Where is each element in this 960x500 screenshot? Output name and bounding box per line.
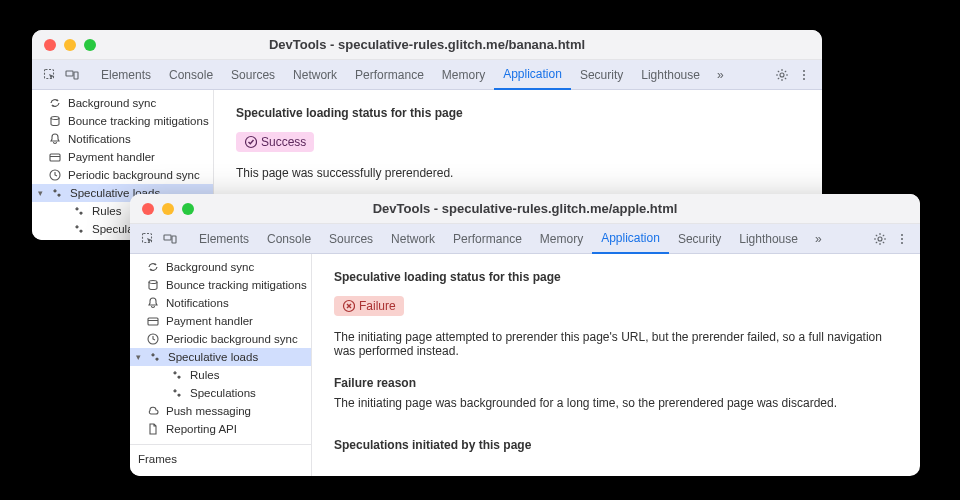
- tab-performance[interactable]: Performance: [346, 60, 433, 90]
- status-description: This page was successfully prerendered.: [236, 166, 800, 180]
- tab-memory[interactable]: Memory: [433, 60, 494, 90]
- titlebar: DevTools - speculative-rules.glitch.me/a…: [130, 194, 920, 224]
- tab-elements[interactable]: Elements: [92, 60, 160, 90]
- x-icon: [342, 300, 355, 313]
- maximize-button[interactable]: [84, 39, 96, 51]
- inspect-icon[interactable]: [138, 229, 158, 249]
- sidebar-item-payment-handler[interactable]: Payment handler: [130, 312, 311, 330]
- sidebar-item-notifications[interactable]: Notifications: [130, 294, 311, 312]
- minimize-button[interactable]: [162, 203, 174, 215]
- device-toggle-icon[interactable]: [62, 65, 82, 85]
- sidebar-item-label: Periodic background sync: [68, 169, 200, 181]
- sidebar-item-label: Payment handler: [166, 315, 253, 327]
- window-title: DevTools - speculative-rules.glitch.me/b…: [32, 37, 822, 52]
- sidebar-item-reporting-api[interactable]: Reporting API: [130, 420, 311, 438]
- sidebar-item-label: Periodic background sync: [166, 333, 298, 345]
- tab-network[interactable]: Network: [382, 224, 444, 254]
- tab-performance[interactable]: Performance: [444, 224, 531, 254]
- sidebar-item-label: Background sync: [68, 97, 156, 109]
- card-icon: [48, 150, 62, 164]
- badge-label: Success: [261, 135, 306, 149]
- sidebar-item-speculations[interactable]: Speculations: [130, 384, 311, 402]
- traffic-lights: [32, 39, 96, 51]
- tab-console[interactable]: Console: [258, 224, 320, 254]
- more-icon[interactable]: [794, 65, 814, 85]
- status-heading: Speculative loading status for this page: [236, 106, 800, 120]
- close-button[interactable]: [44, 39, 56, 51]
- close-button[interactable]: [142, 203, 154, 215]
- sidebar-item-label: Reporting API: [166, 423, 237, 435]
- cloud-icon: [146, 404, 160, 418]
- inspect-icon[interactable]: [40, 65, 60, 85]
- sync-icon: [146, 260, 160, 274]
- sidebar-item-label: Specula: [92, 223, 134, 235]
- loads-icon: [50, 186, 64, 200]
- sidebar-item-payment-handler[interactable]: Payment handler: [32, 148, 213, 166]
- arrows-icon: [72, 222, 86, 236]
- sidebar-item-label: Speculations: [190, 387, 256, 399]
- sidebar-item-label: Background sync: [166, 261, 254, 273]
- clock-icon: [48, 168, 62, 182]
- speculations-heading: Speculations initiated by this page: [334, 438, 898, 452]
- bell-icon: [48, 132, 62, 146]
- minimize-button[interactable]: [64, 39, 76, 51]
- doc-icon: [146, 422, 160, 436]
- titlebar: DevTools - speculative-rules.glitch.me/b…: [32, 30, 822, 60]
- more-icon[interactable]: [892, 229, 912, 249]
- tab-console[interactable]: Console: [160, 60, 222, 90]
- sidebar-item-label: Speculative loads: [168, 351, 258, 363]
- maximize-button[interactable]: [182, 203, 194, 215]
- sidebar-item-label: Bounce tracking mitigations: [68, 115, 209, 127]
- sidebar-item-label: Push messaging: [166, 405, 251, 417]
- sidebar-item-speculative-loads[interactable]: ▾Speculative loads: [130, 348, 311, 366]
- sidebar-section-frames: Frames: [130, 445, 311, 467]
- tab-security[interactable]: Security: [571, 60, 632, 90]
- sidebar-item-periodic-background-sync[interactable]: Periodic background sync: [32, 166, 213, 184]
- sidebar-item-label: Bounce tracking mitigations: [166, 279, 307, 291]
- sidebar-item-background-sync[interactable]: Background sync: [32, 94, 213, 112]
- sidebar-item-bounce-tracking-mitigations[interactable]: Bounce tracking mitigations: [32, 112, 213, 130]
- content-pane: Speculative loading status for this page…: [312, 254, 920, 476]
- sidebar-item-label: Rules: [92, 205, 121, 217]
- sidebar-item-background-sync[interactable]: Background sync: [130, 258, 311, 276]
- status-badge-success: Success: [236, 132, 314, 152]
- devtools-window-apple: DevTools - speculative-rules.glitch.me/a…: [130, 194, 920, 476]
- check-icon: [244, 136, 257, 149]
- status-heading: Speculative loading status for this page: [334, 270, 898, 284]
- tab-sources[interactable]: Sources: [222, 60, 284, 90]
- failure-reason-heading: Failure reason: [334, 376, 898, 390]
- tab-sources[interactable]: Sources: [320, 224, 382, 254]
- sidebar-item-notifications[interactable]: Notifications: [32, 130, 213, 148]
- arrows-icon: [170, 386, 184, 400]
- sidebar-item-periodic-background-sync[interactable]: Periodic background sync: [130, 330, 311, 348]
- failure-reason-description: The initiating page was backgrounded for…: [334, 396, 898, 410]
- db-icon: [48, 114, 62, 128]
- tab-network[interactable]: Network: [284, 60, 346, 90]
- tab-application[interactable]: Application: [494, 60, 571, 90]
- chevron-down-icon: ▾: [36, 188, 44, 198]
- settings-icon[interactable]: [772, 65, 792, 85]
- tab-lighthouse[interactable]: Lighthouse: [730, 224, 807, 254]
- status-description: The initiating page attempted to prerend…: [334, 330, 898, 358]
- db-icon: [146, 278, 160, 292]
- status-badge-failure: Failure: [334, 296, 404, 316]
- tab-elements[interactable]: Elements: [190, 224, 258, 254]
- tab-memory[interactable]: Memory: [531, 224, 592, 254]
- sidebar-item-push-messaging[interactable]: Push messaging: [130, 402, 311, 420]
- tab-security[interactable]: Security: [669, 224, 730, 254]
- sidebar-item-rules[interactable]: Rules: [130, 366, 311, 384]
- settings-icon[interactable]: [870, 229, 890, 249]
- loads-icon: [148, 350, 162, 364]
- sidebar-item-label: Notifications: [166, 297, 229, 309]
- window-title: DevTools - speculative-rules.glitch.me/a…: [130, 201, 920, 216]
- devtools-tabbar: ElementsConsoleSourcesNetworkPerformance…: [130, 224, 920, 254]
- tab-application[interactable]: Application: [592, 224, 669, 254]
- sidebar-item-bounce-tracking-mitigations[interactable]: Bounce tracking mitigations: [130, 276, 311, 294]
- sidebar-item-label: Payment handler: [68, 151, 155, 163]
- tab-lighthouse[interactable]: Lighthouse: [632, 60, 709, 90]
- sync-icon: [48, 96, 62, 110]
- arrows-icon: [170, 368, 184, 382]
- device-toggle-icon[interactable]: [160, 229, 180, 249]
- tabs-overflow[interactable]: »: [711, 60, 730, 90]
- tabs-overflow[interactable]: »: [809, 224, 828, 254]
